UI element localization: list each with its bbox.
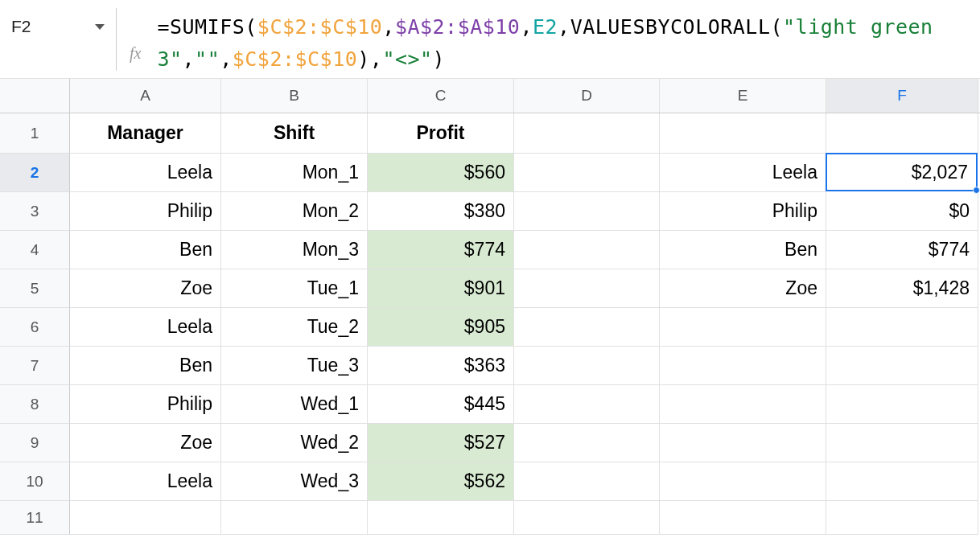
cell-E9[interactable] — [660, 424, 826, 462]
row-header-2[interactable]: 2 — [0, 154, 70, 192]
cell-F11[interactable] — [826, 501, 978, 535]
cell-B1[interactable]: Shift — [221, 113, 368, 154]
cell-D9[interactable] — [514, 424, 660, 462]
row-11: 11 — [0, 501, 980, 535]
cell-A1[interactable]: Manager — [70, 113, 221, 154]
cell-C7[interactable]: $363 — [368, 347, 514, 385]
cell-F7[interactable] — [826, 347, 978, 385]
cell-C9[interactable]: $527 — [368, 424, 514, 462]
cell-C2[interactable]: $560 — [368, 154, 514, 192]
cell-A9[interactable]: Zoe — [70, 424, 221, 462]
cell-A8[interactable]: Philip — [70, 385, 221, 424]
cell-D4[interactable] — [514, 231, 660, 269]
row-header-9[interactable]: 9 — [0, 424, 70, 462]
row-6: 6 Leela Tue_2 $905 — [0, 308, 980, 347]
cell-B4[interactable]: Mon_3 — [221, 231, 368, 269]
row-8: 8 Philip Wed_1 $445 — [0, 385, 980, 424]
cell-F8[interactable] — [826, 385, 978, 424]
cell-C8[interactable]: $445 — [368, 385, 514, 424]
formula-input[interactable]: =SUMIFS($C$2:$C$10,$A$2:$A$10,E2,VALUESB… — [157, 5, 980, 76]
col-header-E[interactable]: E — [660, 79, 826, 113]
cell-E8[interactable] — [660, 385, 826, 424]
cell-A6[interactable]: Leela — [70, 308, 221, 347]
row-5: 5 Zoe Tue_1 $901 Zoe $1,428 — [0, 269, 980, 308]
cell-D11[interactable] — [514, 501, 660, 535]
row-header-6[interactable]: 6 — [0, 308, 70, 347]
cell-A10[interactable]: Leela — [70, 462, 221, 501]
row-header-8[interactable]: 8 — [0, 385, 70, 424]
cell-D7[interactable] — [514, 347, 660, 385]
cell-D1[interactable] — [514, 113, 660, 154]
cell-A11[interactable] — [70, 501, 221, 535]
cell-C1[interactable]: Profit — [368, 113, 514, 154]
row-9: 9 Zoe Wed_2 $527 — [0, 424, 980, 462]
cell-A5[interactable]: Zoe — [70, 269, 221, 308]
cell-D6[interactable] — [514, 308, 660, 347]
row-header-1[interactable]: 1 — [0, 113, 70, 154]
cell-A4[interactable]: Ben — [70, 231, 221, 269]
col-header-A[interactable]: A — [70, 79, 221, 113]
cell-C6[interactable]: $905 — [368, 308, 514, 347]
cell-B8[interactable]: Wed_1 — [221, 385, 368, 424]
cell-B2[interactable]: Mon_1 — [221, 154, 368, 192]
cell-E5[interactable]: Zoe — [660, 269, 826, 308]
cell-B3[interactable]: Mon_2 — [221, 192, 368, 231]
cell-F3[interactable]: $0 — [826, 192, 978, 231]
row-header-4[interactable]: 4 — [0, 231, 70, 269]
cell-E3[interactable]: Philip — [660, 192, 826, 231]
fill-handle[interactable] — [973, 187, 980, 194]
chevron-down-icon[interactable] — [95, 24, 105, 30]
row-header-11[interactable]: 11 — [0, 501, 70, 535]
cell-D3[interactable] — [514, 192, 660, 231]
row-header-3[interactable]: 3 — [0, 192, 70, 231]
cell-D2[interactable] — [514, 154, 660, 192]
cell-B6[interactable]: Tue_2 — [221, 308, 368, 347]
cell-F4[interactable]: $774 — [826, 231, 978, 269]
cell-F2-value: $2,027 — [912, 162, 968, 183]
row-header-5[interactable]: 5 — [0, 269, 70, 308]
cell-A7[interactable]: Ben — [70, 347, 221, 385]
name-box-value: F2 — [11, 17, 31, 36]
cell-C4[interactable]: $774 — [368, 231, 514, 269]
select-all-corner[interactable] — [0, 79, 70, 113]
cell-E1[interactable] — [660, 113, 826, 154]
cell-B7[interactable]: Tue_3 — [221, 347, 368, 385]
fx-icon: fx — [130, 27, 141, 63]
cell-B10[interactable]: Wed_3 — [221, 462, 368, 501]
cell-E6[interactable] — [660, 308, 826, 347]
name-box[interactable]: F2 — [0, 5, 116, 42]
cell-A3[interactable]: Philip — [70, 192, 221, 231]
col-header-D[interactable]: D — [514, 79, 660, 113]
cell-B11[interactable] — [221, 501, 368, 535]
cell-D8[interactable] — [514, 385, 660, 424]
row-header-7[interactable]: 7 — [0, 347, 70, 385]
col-header-C[interactable]: C — [368, 79, 514, 113]
cell-C3[interactable]: $380 — [368, 192, 514, 231]
cell-F2[interactable]: $2,027 — [826, 153, 978, 191]
cell-E2[interactable]: Leela — [660, 154, 826, 192]
col-header-F[interactable]: F — [826, 79, 978, 113]
cell-F10[interactable] — [826, 462, 978, 501]
formula-bar: F2 fx =SUMIFS($C$2:$C$10,$A$2:$A$10,E2,V… — [0, 0, 980, 79]
cell-E4[interactable]: Ben — [660, 231, 826, 269]
cell-B9[interactable]: Wed_2 — [221, 424, 368, 462]
cell-D10[interactable] — [514, 462, 660, 501]
cell-F9[interactable] — [826, 424, 978, 462]
cell-D5[interactable] — [514, 269, 660, 308]
cell-E11[interactable] — [660, 501, 826, 535]
row-1: 1 Manager Shift Profit — [0, 113, 980, 154]
cell-F5[interactable]: $1,428 — [826, 269, 978, 308]
cell-F1[interactable] — [826, 113, 978, 154]
cell-C10[interactable]: $562 — [368, 462, 514, 501]
cell-E7[interactable] — [660, 347, 826, 385]
row-header-10[interactable]: 10 — [0, 462, 70, 501]
row-7: 7 Ben Tue_3 $363 — [0, 347, 980, 385]
cell-A2[interactable]: Leela — [70, 154, 221, 192]
col-header-B[interactable]: B — [221, 79, 368, 113]
cell-E10[interactable] — [660, 462, 826, 501]
cell-B5[interactable]: Tue_1 — [221, 269, 368, 308]
row-2: 2 Leela Mon_1 $560 Leela $2,027 — [0, 154, 980, 192]
cell-C11[interactable] — [368, 501, 514, 535]
cell-F6[interactable] — [826, 308, 978, 347]
cell-C5[interactable]: $901 — [368, 269, 514, 308]
